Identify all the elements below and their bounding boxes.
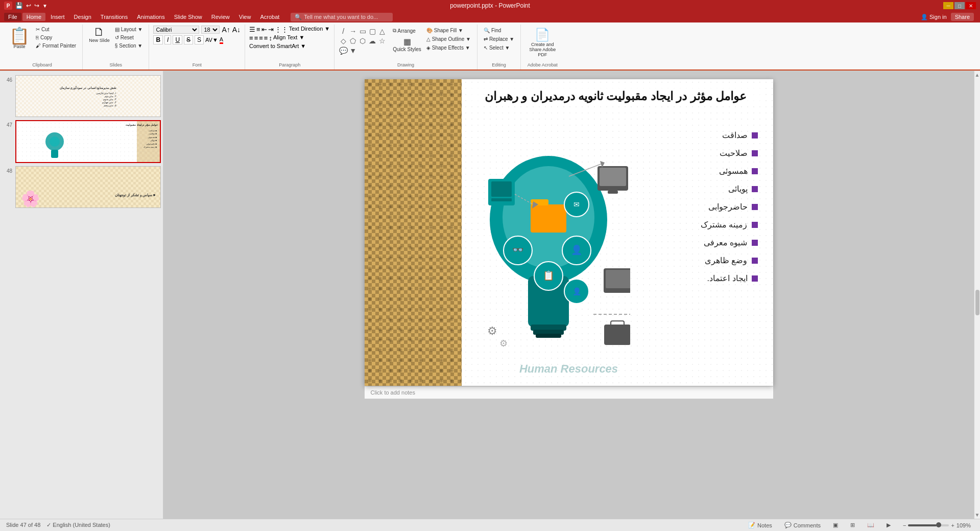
list-item-9: ایجاد اعتماد. bbox=[701, 273, 757, 283]
align-center-btn[interactable]: ≡ bbox=[254, 34, 258, 42]
arrange-button[interactable]: ⧉ Arrange bbox=[391, 27, 423, 35]
slide-thumb-47[interactable]: 47 عوامل مؤثر در ایجاد مقبولیت bbox=[2, 120, 161, 163]
scroll-up-arrow[interactable]: ▲ bbox=[974, 71, 980, 79]
menu-acrobat[interactable]: Acrobat bbox=[256, 13, 283, 21]
bullet-8 bbox=[752, 258, 758, 264]
sign-in-btn[interactable]: 👤 Sign in bbox=[921, 14, 947, 20]
lightbulb-svg: 👓 📋 👤 ✉ 👤 bbox=[467, 133, 630, 353]
shape-hexagon[interactable]: ⬡ bbox=[358, 36, 367, 45]
convert-smartart-btn[interactable]: Convert to SmartArt ▼ bbox=[249, 43, 306, 49]
justify-btn[interactable]: ≡ bbox=[264, 34, 268, 42]
underline-button[interactable]: U bbox=[173, 35, 182, 44]
menu-animations[interactable]: Animations bbox=[133, 13, 169, 21]
shape-arrow[interactable]: → bbox=[348, 27, 357, 36]
strikethrough-button[interactable]: S bbox=[184, 35, 193, 44]
shape-fill-button[interactable]: 🎨 Shape Fill ▼ bbox=[424, 27, 473, 34]
font-color-btn[interactable]: A bbox=[220, 36, 223, 44]
text-direction-btn[interactable]: Text Direction ▼ bbox=[289, 26, 330, 33]
shape-star[interactable]: ☆ bbox=[377, 36, 387, 45]
slide-thumb-48[interactable]: 48 ■ سپاس و تشکر از توجهتان 🌸 bbox=[2, 166, 161, 208]
shape-callout[interactable]: 💬 bbox=[339, 46, 348, 55]
char-spacing-btn[interactable]: AV▼ bbox=[205, 37, 218, 43]
view-slidesorter-btn[interactable]: ⊞ bbox=[847, 521, 858, 529]
slide-canvas[interactable]: عوامل مؤثر در ایجاد مقبولیت ثانویه درمدی… bbox=[365, 79, 773, 386]
menu-review[interactable]: Review bbox=[207, 13, 234, 21]
font-name-select[interactable]: Calibri bbox=[153, 26, 199, 34]
qat-undo[interactable]: ↩ bbox=[26, 2, 31, 9]
list-item-2: صلاحیت bbox=[701, 148, 757, 158]
notes-placeholder[interactable]: Click to add notes bbox=[365, 386, 773, 399]
svg-text:👓: 👓 bbox=[512, 244, 524, 256]
search-placeholder[interactable]: Tell me what you want to do... bbox=[304, 14, 378, 20]
menu-file[interactable]: File bbox=[4, 13, 21, 21]
shape-triangle[interactable]: △ bbox=[377, 27, 387, 36]
shape-rounded-rect[interactable]: ▢ bbox=[368, 27, 377, 36]
close-btn[interactable]: ✕ bbox=[966, 2, 976, 9]
decrease-indent-btn[interactable]: ⇤ bbox=[261, 26, 267, 33]
shape-effects-button[interactable]: ◈ Shape Effects ▼ bbox=[424, 44, 473, 52]
quick-styles-button[interactable]: ▦ Quick Styles bbox=[391, 36, 423, 53]
view-normal-btn[interactable]: ▣ bbox=[830, 521, 841, 529]
view-slideshow-btn[interactable]: ▶ bbox=[883, 521, 894, 529]
menu-transitions[interactable]: Transitions bbox=[97, 13, 132, 21]
share-btn[interactable]: Share bbox=[951, 13, 974, 21]
increase-indent-btn[interactable]: ⇥ bbox=[268, 26, 274, 33]
bullet-1 bbox=[752, 132, 758, 138]
copy-button[interactable]: ⎘ Copy bbox=[34, 34, 78, 41]
italic-button[interactable]: I bbox=[164, 35, 171, 44]
maximize-btn[interactable]: □ bbox=[954, 2, 965, 9]
layout-button[interactable]: ▤ Layout ▼ bbox=[113, 26, 145, 33]
reset-button[interactable]: ↺ Reset bbox=[113, 34, 145, 41]
column-btn[interactable]: ⋮⋮ bbox=[275, 26, 288, 33]
align-right-btn[interactable]: ≡ bbox=[259, 34, 263, 42]
section-button[interactable]: § Section ▼ bbox=[113, 42, 145, 50]
menu-design[interactable]: Design bbox=[70, 13, 95, 21]
qat-redo[interactable]: ↪ bbox=[34, 2, 39, 9]
select-button[interactable]: ↖ Select ▼ bbox=[482, 44, 516, 52]
shape-line[interactable]: / bbox=[339, 27, 348, 36]
find-button[interactable]: 🔍 Find bbox=[482, 27, 516, 34]
bold-button[interactable]: B bbox=[153, 35, 163, 44]
align-left-btn[interactable]: ≡ bbox=[249, 34, 253, 42]
shape-outline-button[interactable]: △ Shape Outline ▼ bbox=[424, 35, 473, 43]
font-decrease-btn[interactable]: A↓ bbox=[232, 26, 241, 34]
menu-insert[interactable]: Insert bbox=[46, 13, 69, 21]
slide-thumb-46[interactable]: 46 نقش مدیرمنابع انسانی در سودآوری سازما… bbox=[2, 75, 161, 117]
cut-button[interactable]: ✂ Cut bbox=[34, 26, 78, 33]
notes-button[interactable]: 📝 Notes bbox=[745, 521, 775, 529]
section-icon: § bbox=[115, 43, 118, 49]
line-spacing-btn[interactable]: ↕ bbox=[269, 34, 272, 42]
bullets-btn[interactable]: ☰ bbox=[249, 26, 255, 33]
language-indicator[interactable]: ✓ English (United States) bbox=[46, 522, 110, 528]
minimize-btn[interactable]: ─ bbox=[943, 2, 953, 9]
ribbon: 📋 Paste ✂ Cut ⎘ Copy 🖌 Format Painter bbox=[0, 22, 980, 71]
format-painter-button[interactable]: 🖌 Format Painter bbox=[34, 42, 78, 50]
menu-home[interactable]: Home bbox=[22, 13, 45, 21]
shape-rect[interactable]: ▭ bbox=[358, 27, 367, 36]
svg-rect-7 bbox=[536, 334, 561, 338]
scroll-down-arrow[interactable]: ▼ bbox=[974, 511, 980, 519]
shape-more[interactable]: ▼ bbox=[348, 46, 357, 55]
qat-customize[interactable]: ▼ bbox=[42, 3, 47, 9]
font-increase-btn[interactable]: A↑ bbox=[222, 26, 230, 34]
shape-diamond[interactable]: ◇ bbox=[339, 36, 348, 45]
menu-slideshow[interactable]: Slide Show bbox=[170, 13, 206, 21]
replace-button[interactable]: ⇄ Replace ▼ bbox=[482, 35, 516, 43]
slide-canvas-area[interactable]: عوامل مؤثر در ایجاد مقبولیت ثانویه درمدی… bbox=[163, 71, 974, 519]
new-slide-button[interactable]: 🗋 New Slide bbox=[87, 26, 112, 44]
view-reading-btn[interactable]: 📖 bbox=[864, 521, 877, 529]
zoom-control[interactable]: − + 109% bbox=[900, 521, 974, 529]
comments-button[interactable]: 💬 Comments bbox=[781, 521, 824, 529]
font-size-select[interactable]: 18 bbox=[201, 26, 220, 34]
shape-cloud[interactable]: ☁ bbox=[368, 36, 377, 45]
shape-pentagon[interactable]: ⬠ bbox=[348, 36, 357, 45]
scroll-thumb[interactable] bbox=[975, 79, 979, 511]
create-adobe-pdf-button[interactable]: 📄 Create and Share Adobe PDF bbox=[525, 26, 560, 59]
status-left: Slide 47 of 48 ✓ English (United States) bbox=[6, 522, 110, 528]
qat-save[interactable]: 💾 bbox=[15, 2, 23, 9]
paste-button[interactable]: 📋 Paste bbox=[6, 26, 33, 51]
menu-view[interactable]: View bbox=[235, 13, 255, 21]
align-text-btn[interactable]: Align Text ▼ bbox=[273, 34, 304, 42]
shadow-button[interactable]: S bbox=[195, 35, 204, 44]
numbering-btn[interactable]: ≡ bbox=[256, 26, 260, 33]
